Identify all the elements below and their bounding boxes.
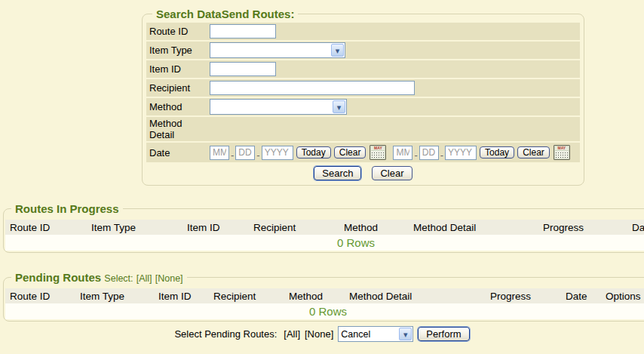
col-date: Date [561, 288, 601, 303]
table-row: 0 Rows [5, 235, 644, 251]
date-from-year-input[interactable] [262, 146, 293, 160]
calendar-month-label: MAY [555, 146, 569, 150]
chevron-down-icon[interactable]: ▾ [399, 328, 412, 340]
date-to-today-button[interactable]: Today [480, 146, 514, 159]
empty-rows-label: 0 Rows [5, 303, 644, 319]
date-to-month-input[interactable] [393, 146, 412, 160]
table-header-row: Route ID Item Type Item ID Recipient Met… [5, 220, 644, 235]
col-method-detail: Method Detail [409, 220, 538, 235]
col-method: Method [339, 220, 409, 235]
item-type-label: Item Type [149, 45, 210, 56]
route-id-row: Route ID [146, 23, 580, 40]
date-separator: - [414, 149, 417, 161]
table-header-row: Route ID Item Type Item ID Recipient Met… [5, 288, 644, 303]
date-from-month-input[interactable] [210, 146, 229, 160]
date-from-today-button[interactable]: Today [296, 146, 331, 159]
table-row: 0 Rows [5, 303, 644, 319]
date-label: Date [149, 147, 210, 159]
col-route-id: Route ID [5, 220, 87, 235]
col-recipient: Recipient [249, 220, 339, 235]
date-separator: - [256, 149, 259, 161]
recipient-label: Recipient [149, 82, 210, 94]
col-item-type: Item Type [75, 288, 154, 303]
date-from-day-input[interactable] [235, 146, 255, 160]
calendar-grid [555, 151, 569, 159]
pending-action-select-value: Cancel [341, 329, 370, 340]
chevron-down-icon[interactable]: ▾ [333, 100, 345, 113]
col-item-id: Item ID [182, 220, 249, 235]
method-detail-label: Method Detail [149, 118, 210, 140]
search-button[interactable]: Search [314, 166, 361, 180]
search-datasend-routes-form: Search DataSend Routes: Route ID Item Ty… [142, 8, 584, 186]
method-label: Method [149, 101, 210, 112]
col-date: Date [627, 220, 644, 235]
calendar-icon[interactable]: MAY [370, 145, 386, 160]
item-type-select[interactable]: ▾ [210, 42, 345, 58]
date-from-group: - - Today Clear MAY [210, 145, 386, 160]
col-progress: Progress [486, 288, 561, 303]
col-recipient: Recipient [209, 288, 284, 303]
route-id-input[interactable] [210, 24, 276, 38]
pending-select-none-link[interactable]: [None] [155, 273, 183, 284]
date-from-clear-button[interactable]: Clear [334, 146, 366, 159]
method-select[interactable]: ▾ [210, 99, 347, 115]
item-id-input[interactable] [210, 62, 276, 76]
perform-button[interactable]: Perform [418, 327, 469, 341]
date-to-day-input[interactable] [419, 146, 439, 160]
date-to-group: - - Today Clear MAY [393, 145, 569, 160]
calendar-grid [371, 151, 385, 159]
item-id-label: Item ID [149, 63, 210, 75]
routes-in-progress-legend: Routes In Progress [11, 202, 123, 215]
calendar-month-label: MAY [371, 146, 385, 150]
pending-routes-title: Pending Routes [15, 271, 101, 284]
date-separator: - [440, 149, 443, 161]
recipient-row: Recipient [146, 79, 580, 97]
pending-routes-section: Pending Routes Select: [All] [None] Rout… [3, 271, 644, 322]
recipient-input[interactable] [210, 81, 415, 95]
item-type-row: Item Type ▾ [146, 42, 580, 59]
pending-action-row: Select Pending Routes: [All] [None] Canc… [0, 326, 644, 342]
chevron-down-icon[interactable]: ▾ [331, 44, 344, 57]
calendar-icon[interactable]: MAY [554, 145, 570, 160]
item-id-row: Item ID [146, 60, 580, 78]
search-form-buttons: Search Clear [146, 166, 580, 180]
date-row: Date - - Today Clear MAY - - Today Clear… [146, 143, 580, 162]
pending-routes-table: Route ID Item Type Item ID Recipient Met… [5, 288, 644, 319]
date-to-clear-button[interactable]: Clear [517, 146, 550, 159]
col-progress: Progress [538, 220, 627, 235]
select-pending-routes-label: Select Pending Routes: [174, 328, 277, 340]
method-row: Method ▾ [146, 98, 580, 115]
pending-action-select[interactable]: Cancel ▾ [338, 326, 413, 342]
routes-in-progress-section: Routes In Progress Route ID Item Type It… [3, 202, 644, 253]
method-detail-row: Method Detail [146, 117, 580, 141]
pending-select-label: Select: [104, 273, 133, 284]
empty-rows-label: 0 Rows [5, 235, 644, 251]
col-options: Options [601, 288, 644, 303]
clear-button[interactable]: Clear [372, 166, 412, 180]
col-item-type: Item Type [87, 220, 182, 235]
date-separator: - [231, 149, 234, 161]
search-form-legend: Search DataSend Routes: [152, 8, 298, 20]
pending-routes-legend: Pending Routes Select: [All] [None] [11, 271, 187, 284]
col-method: Method [284, 288, 345, 303]
date-to-year-input[interactable] [445, 146, 477, 160]
route-id-label: Route ID [149, 26, 210, 37]
col-method-detail: Method Detail [345, 288, 486, 303]
pending-select-all-link[interactable]: [All] [136, 273, 152, 284]
pending-action-none-link[interactable]: [None] [305, 328, 333, 340]
col-item-id: Item ID [154, 288, 209, 303]
routes-in-progress-table: Route ID Item Type Item ID Recipient Met… [5, 220, 644, 251]
col-route-id: Route ID [5, 288, 75, 303]
pending-action-all-link[interactable]: [All] [284, 328, 300, 340]
